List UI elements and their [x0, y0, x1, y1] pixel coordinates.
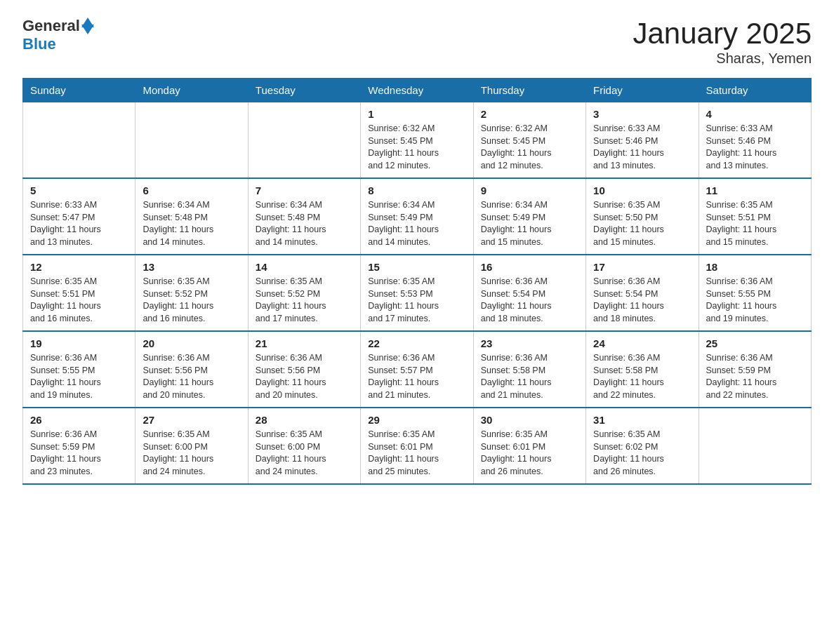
- day-number: 20: [143, 337, 240, 349]
- calendar-table: SundayMondayTuesdayWednesdayThursdayFrid…: [22, 78, 812, 485]
- day-number: 19: [30, 337, 128, 349]
- logo-general-text: General: [22, 17, 80, 35]
- week-row-4: 19Sunrise: 6:36 AMSunset: 5:55 PMDayligh…: [23, 331, 812, 408]
- day-info: Sunrise: 6:34 AMSunset: 5:48 PMDaylight:…: [143, 199, 240, 248]
- day-info: Sunrise: 6:32 AMSunset: 5:45 PMDaylight:…: [481, 123, 578, 172]
- day-info: Sunrise: 6:36 AMSunset: 5:58 PMDaylight:…: [481, 352, 578, 401]
- day-number: 31: [593, 414, 691, 426]
- day-info: Sunrise: 6:34 AMSunset: 5:49 PMDaylight:…: [368, 199, 465, 248]
- day-cell: 30Sunrise: 6:35 AMSunset: 6:01 PMDayligh…: [473, 408, 585, 484]
- day-cell: 22Sunrise: 6:36 AMSunset: 5:57 PMDayligh…: [361, 331, 473, 408]
- day-number: 12: [30, 261, 128, 273]
- day-cell: 20Sunrise: 6:36 AMSunset: 5:56 PMDayligh…: [135, 331, 248, 408]
- day-info: Sunrise: 6:36 AMSunset: 5:57 PMDaylight:…: [368, 352, 465, 401]
- day-info: Sunrise: 6:35 AMSunset: 5:52 PMDaylight:…: [143, 276, 240, 325]
- day-cell: 8Sunrise: 6:34 AMSunset: 5:49 PMDaylight…: [361, 178, 473, 255]
- day-cell: 1Sunrise: 6:32 AMSunset: 5:45 PMDaylight…: [361, 102, 473, 179]
- day-number: 18: [706, 261, 804, 273]
- day-number: 7: [256, 185, 353, 196]
- day-info: Sunrise: 6:33 AMSunset: 5:46 PMDaylight:…: [593, 123, 691, 172]
- day-number: 6: [143, 185, 240, 196]
- day-cell: 28Sunrise: 6:35 AMSunset: 6:00 PMDayligh…: [248, 408, 360, 484]
- day-cell: 21Sunrise: 6:36 AMSunset: 5:56 PMDayligh…: [248, 331, 360, 408]
- day-number: 1: [368, 108, 465, 120]
- day-info: Sunrise: 6:36 AMSunset: 5:56 PMDaylight:…: [256, 352, 353, 401]
- day-number: 28: [256, 414, 353, 426]
- day-cell: 19Sunrise: 6:36 AMSunset: 5:55 PMDayligh…: [23, 331, 135, 408]
- column-header-sunday: Sunday: [23, 79, 135, 102]
- day-info: Sunrise: 6:35 AMSunset: 6:00 PMDaylight:…: [256, 429, 353, 478]
- day-info: Sunrise: 6:36 AMSunset: 5:54 PMDaylight:…: [593, 276, 691, 325]
- day-cell: 2Sunrise: 6:32 AMSunset: 5:45 PMDaylight…: [473, 102, 585, 179]
- day-number: 21: [256, 337, 353, 349]
- day-cell: 5Sunrise: 6:33 AMSunset: 5:47 PMDaylight…: [23, 178, 135, 255]
- day-number: 9: [481, 185, 578, 196]
- day-cell: 7Sunrise: 6:34 AMSunset: 5:48 PMDaylight…: [248, 178, 360, 255]
- day-info: Sunrise: 6:35 AMSunset: 5:51 PMDaylight:…: [30, 276, 128, 325]
- day-number: 22: [368, 337, 465, 349]
- day-info: Sunrise: 6:35 AMSunset: 5:53 PMDaylight:…: [368, 276, 465, 325]
- day-number: 17: [593, 261, 691, 273]
- day-info: Sunrise: 6:36 AMSunset: 5:56 PMDaylight:…: [143, 352, 240, 401]
- day-number: 16: [481, 261, 578, 273]
- day-number: 29: [368, 414, 465, 426]
- title-area: January 2025 Sharas, Yemen: [633, 17, 812, 67]
- day-number: 10: [593, 185, 691, 196]
- day-cell: [23, 102, 135, 179]
- day-info: Sunrise: 6:36 AMSunset: 5:59 PMDaylight:…: [706, 352, 804, 401]
- day-info: Sunrise: 6:35 AMSunset: 6:01 PMDaylight:…: [368, 429, 465, 478]
- day-info: Sunrise: 6:32 AMSunset: 5:45 PMDaylight:…: [368, 123, 465, 172]
- day-cell: 29Sunrise: 6:35 AMSunset: 6:01 PMDayligh…: [361, 408, 473, 484]
- day-info: Sunrise: 6:35 AMSunset: 5:51 PMDaylight:…: [706, 199, 804, 248]
- day-info: Sunrise: 6:34 AMSunset: 5:49 PMDaylight:…: [481, 199, 578, 248]
- column-header-friday: Friday: [586, 79, 699, 102]
- day-number: 27: [143, 414, 240, 426]
- day-info: Sunrise: 6:36 AMSunset: 5:55 PMDaylight:…: [30, 352, 128, 401]
- day-number: 4: [706, 108, 804, 120]
- day-cell: 31Sunrise: 6:35 AMSunset: 6:02 PMDayligh…: [586, 408, 699, 484]
- day-cell: 18Sunrise: 6:36 AMSunset: 5:55 PMDayligh…: [699, 255, 811, 331]
- day-cell: 24Sunrise: 6:36 AMSunset: 5:58 PMDayligh…: [586, 331, 699, 408]
- day-number: 8: [368, 185, 465, 196]
- week-row-2: 5Sunrise: 6:33 AMSunset: 5:47 PMDaylight…: [23, 178, 812, 255]
- day-info: Sunrise: 6:33 AMSunset: 5:46 PMDaylight:…: [706, 123, 804, 172]
- day-cell: 15Sunrise: 6:35 AMSunset: 5:53 PMDayligh…: [361, 255, 473, 331]
- calendar-header-row: SundayMondayTuesdayWednesdayThursdayFrid…: [23, 79, 812, 102]
- day-number: 2: [481, 108, 578, 120]
- day-cell: 9Sunrise: 6:34 AMSunset: 5:49 PMDaylight…: [473, 178, 585, 255]
- day-number: 15: [368, 261, 465, 273]
- day-info: Sunrise: 6:34 AMSunset: 5:48 PMDaylight:…: [256, 199, 353, 248]
- day-cell: [135, 102, 248, 179]
- day-cell: [248, 102, 360, 179]
- week-row-5: 26Sunrise: 6:36 AMSunset: 5:59 PMDayligh…: [23, 408, 812, 484]
- logo: General Blue: [22, 17, 94, 53]
- day-number: 24: [593, 337, 691, 349]
- column-header-saturday: Saturday: [699, 79, 811, 102]
- day-cell: 10Sunrise: 6:35 AMSunset: 5:50 PMDayligh…: [586, 178, 699, 255]
- week-row-3: 12Sunrise: 6:35 AMSunset: 5:51 PMDayligh…: [23, 255, 812, 331]
- day-cell: 25Sunrise: 6:36 AMSunset: 5:59 PMDayligh…: [699, 331, 811, 408]
- day-cell: 3Sunrise: 6:33 AMSunset: 5:46 PMDaylight…: [586, 102, 699, 179]
- logo-blue-text: Blue: [22, 35, 56, 53]
- day-cell: [699, 408, 811, 484]
- day-cell: 4Sunrise: 6:33 AMSunset: 5:46 PMDaylight…: [699, 102, 811, 179]
- day-cell: 13Sunrise: 6:35 AMSunset: 5:52 PMDayligh…: [135, 255, 248, 331]
- day-info: Sunrise: 6:35 AMSunset: 6:01 PMDaylight:…: [481, 429, 578, 478]
- day-cell: 14Sunrise: 6:35 AMSunset: 5:52 PMDayligh…: [248, 255, 360, 331]
- day-number: 30: [481, 414, 578, 426]
- column-header-thursday: Thursday: [473, 79, 585, 102]
- month-title: January 2025: [633, 17, 812, 51]
- day-cell: 12Sunrise: 6:35 AMSunset: 5:51 PMDayligh…: [23, 255, 135, 331]
- day-number: 26: [30, 414, 128, 426]
- column-header-monday: Monday: [135, 79, 248, 102]
- day-info: Sunrise: 6:35 AMSunset: 6:00 PMDaylight:…: [143, 429, 240, 478]
- day-info: Sunrise: 6:35 AMSunset: 5:52 PMDaylight:…: [256, 276, 353, 325]
- location-title: Sharas, Yemen: [633, 51, 812, 67]
- day-info: Sunrise: 6:35 AMSunset: 5:50 PMDaylight:…: [593, 199, 691, 248]
- day-number: 14: [256, 261, 353, 273]
- day-cell: 11Sunrise: 6:35 AMSunset: 5:51 PMDayligh…: [699, 178, 811, 255]
- day-cell: 6Sunrise: 6:34 AMSunset: 5:48 PMDaylight…: [135, 178, 248, 255]
- day-info: Sunrise: 6:36 AMSunset: 5:54 PMDaylight:…: [481, 276, 578, 325]
- day-number: 11: [706, 185, 804, 196]
- day-cell: 17Sunrise: 6:36 AMSunset: 5:54 PMDayligh…: [586, 255, 699, 331]
